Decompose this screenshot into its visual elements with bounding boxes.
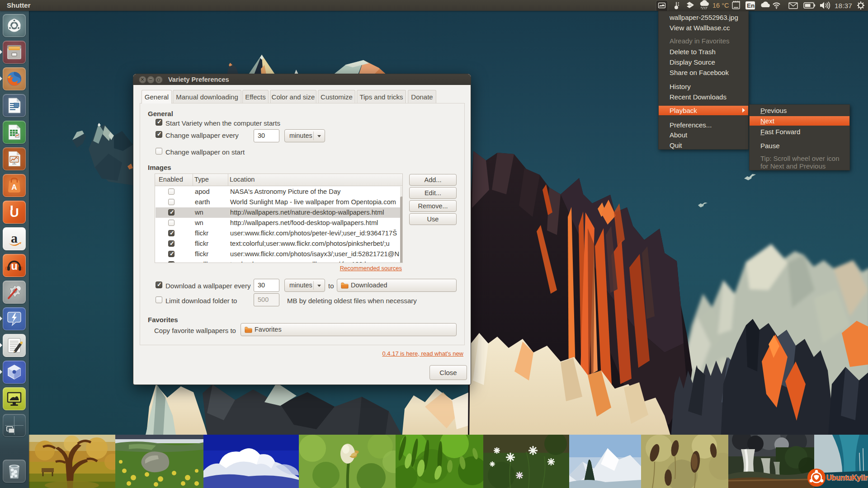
svg-text:18:37: 18:37 (835, 2, 852, 9)
svg-text:16 °C: 16 °C (712, 2, 729, 9)
svg-text:a: a (11, 230, 18, 245)
svg-text:En: En (747, 2, 755, 9)
svg-text:A: A (11, 183, 17, 192)
svg-text:UbuntuKylin: UbuntuKylin (826, 474, 868, 482)
